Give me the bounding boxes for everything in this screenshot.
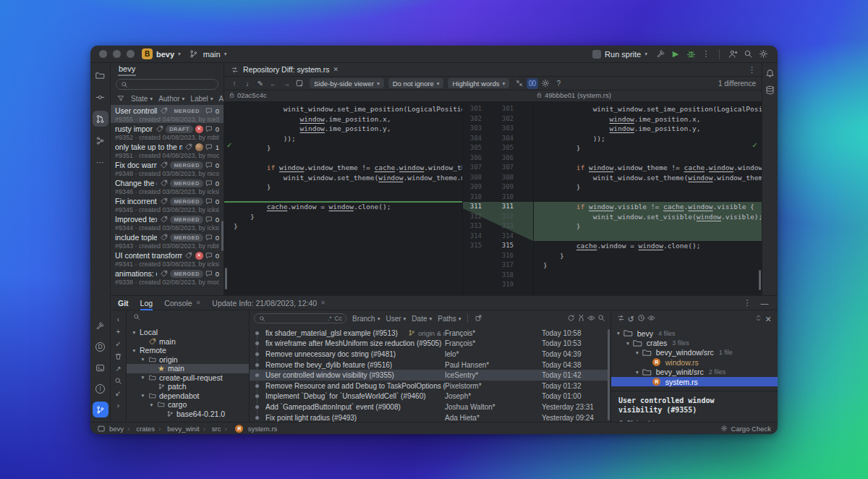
undo-icon[interactable]: ↺: [626, 314, 636, 324]
pull-request-item[interactable]: Fix doc warning... MERGED 0 #9348 · crea…: [111, 159, 224, 177]
pull-request-item[interactable]: Improved text w... MERGED 0 #9344 · crea…: [111, 213, 224, 232]
gear-icon[interactable]: [540, 78, 551, 89]
commit-row[interactable]: Add `GamepadButtonInput` event (#9008) J…: [250, 402, 608, 412]
chevron-down-icon[interactable]: ▾: [131, 329, 137, 336]
close-icon[interactable]: ✕: [196, 300, 201, 306]
folder-icon[interactable]: [93, 67, 109, 83]
log-filter-dropdown[interactable]: Date▾: [412, 315, 432, 323]
branch-item[interactable]: ▾ base64-0.21.0: [127, 410, 249, 419]
build-icon[interactable]: [655, 48, 666, 60]
close-window-button[interactable]: [99, 50, 107, 58]
zoom-window-button[interactable]: [127, 50, 135, 58]
branch-search-field[interactable]: [127, 310, 249, 323]
log-filter-dropdown[interactable]: Branch▾: [352, 315, 380, 323]
file-tree-item[interactable]: ▾ crates 3 files: [611, 338, 778, 347]
breadcrumb-item[interactable]: bevy: [109, 425, 124, 433]
panel-tab[interactable]: Update Info: 21/08/2023, 12:40 ✕: [212, 296, 326, 310]
cargo-check-widget[interactable]: Cargo Check: [720, 424, 771, 433]
arrow-down-icon[interactable]: ↓: [242, 78, 253, 89]
filter-dropdown[interactable]: State▾: [131, 95, 153, 103]
search-icon[interactable]: [742, 48, 754, 60]
file-tree-item[interactable]: ▾ bevy 4 files: [611, 328, 778, 338]
arrow-sw-icon[interactable]: ↙: [113, 388, 124, 399]
vcs-branch-widget[interactable]: main ▾: [188, 48, 227, 60]
diff-icon[interactable]: [616, 313, 626, 323]
branch-item[interactable]: ▾ main: [127, 337, 249, 347]
pull-request-item[interactable]: rusty imports ... DRAFT ✕ 0 #9352 · crea…: [111, 123, 224, 141]
window-controls[interactable]: [99, 50, 135, 58]
log-filter-dropdown[interactable]: User▾: [386, 315, 406, 323]
log-filter-dropdown[interactable]: Paths▾: [438, 315, 461, 323]
search-icon[interactable]: [596, 313, 606, 323]
project-widget[interactable]: B bevy ▾: [142, 48, 181, 59]
commit-row[interactable]: User controlled window visibility (#9355…: [250, 370, 608, 381]
chevron-down-icon[interactable]: ▾: [140, 374, 146, 381]
commit-row[interactable]: fix wireframe after MeshUniform size red…: [250, 339, 608, 349]
branch-item[interactable]: ▾ dependabot: [127, 391, 249, 401]
chevron-right-icon[interactable]: ›: [113, 400, 124, 411]
branch-item[interactable]: ▾ Remote: [127, 346, 249, 355]
eye-icon[interactable]: [646, 313, 656, 323]
git-icon[interactable]: [93, 402, 109, 417]
arrow-ne-icon[interactable]: ↗: [113, 363, 124, 374]
minimize-icon[interactable]: —: [759, 297, 770, 309]
pull-request-item[interactable]: UI content transform ✕ 0 #9341 · created…: [111, 250, 224, 268]
build-icon[interactable]: [93, 318, 109, 334]
search-icon[interactable]: [113, 376, 124, 386]
pull-request-item[interactable]: include toplevel... MERGED 0 #9343 · cre…: [111, 232, 224, 250]
scrollbar-thumb[interactable]: [225, 268, 227, 289]
bug-icon[interactable]: [685, 48, 697, 60]
chevron-down-icon[interactable]: ▾: [140, 392, 146, 399]
sync-icon[interactable]: [527, 78, 538, 89]
minimize-window-button[interactable]: [113, 50, 121, 58]
whitespace-dropdown[interactable]: Do not ignore▾: [388, 78, 444, 88]
branch-item[interactable]: ▾ Local: [127, 328, 249, 337]
pencil-icon[interactable]: ✎: [255, 78, 266, 89]
pull-request-item[interactable]: User controlled ... MERGED 0 #9355 · cre…: [111, 105, 224, 123]
highlight-dropdown[interactable]: Highlight words▾: [448, 78, 509, 88]
db-icon[interactable]: [765, 84, 776, 96]
chevron-down-icon[interactable]: ▾: [617, 330, 620, 336]
breadcrumb-item[interactable]: R system.rs: [221, 423, 278, 434]
filter-dropdown[interactable]: Label▾: [190, 95, 213, 103]
file-tree-item[interactable]: ▾ R system.rs: [611, 377, 778, 386]
chevron-down-icon[interactable]: ▾: [131, 347, 137, 354]
commit-row[interactable]: fix shader_material_glsl example (#9513)…: [250, 328, 608, 339]
tab-repository-diff[interactable]: Repository Diff: system.rs ✕: [230, 65, 339, 75]
eye-icon[interactable]: [586, 313, 596, 323]
terminal-icon[interactable]: [93, 360, 109, 376]
branch-item[interactable]: ▾ patch: [127, 382, 249, 391]
chevron-down-icon[interactable]: ▾: [636, 369, 639, 376]
pr-search-input[interactable]: [116, 79, 218, 90]
chevron-down-icon[interactable]: ▾: [626, 340, 629, 347]
commit-search-field[interactable]: .* Cc: [254, 313, 346, 323]
kebab-icon[interactable]: ⋮: [741, 297, 753, 309]
commit-row[interactable]: Implement `Debug` for `UnsafeWorldCell` …: [250, 391, 608, 402]
updown-icon[interactable]: [753, 313, 763, 323]
bell-icon[interactable]: [765, 67, 776, 79]
tool-window-tab-bevy[interactable]: bevy: [118, 64, 136, 76]
check-icon[interactable]: ✓: [113, 339, 124, 349]
arrow-left-icon[interactable]: ←: [268, 78, 279, 89]
filter-dropdown[interactable]: Author▾: [158, 95, 184, 103]
commit-row[interactable]: Remove unnecessary doc string (#9481) le…: [250, 349, 608, 360]
file-tree-item[interactable]: ▾ R window.rs: [611, 357, 778, 367]
chevron-down-icon[interactable]: ▾: [148, 402, 155, 408]
commit-row[interactable]: Remove the bevy_dylib feature (#9516) Pa…: [250, 360, 608, 370]
commit-row[interactable]: Remove Resource and add Debug to TaskPoo…: [250, 381, 608, 391]
branch-item[interactable]: ▾ create-pull-request: [127, 373, 249, 383]
filter-dropdown[interactable]: Assignee▾: [219, 95, 224, 103]
branch-item[interactable]: ▾ cargo: [127, 400, 249, 410]
braid-icon[interactable]: [576, 313, 586, 323]
funnel-icon[interactable]: [116, 94, 125, 103]
scrollbar-thumb[interactable]: [759, 270, 761, 290]
breadcrumb-item[interactable]: crates: [124, 425, 155, 433]
chevron-down-icon[interactable]: ▾: [140, 356, 146, 363]
trash-icon[interactable]: [113, 351, 124, 362]
more-tools-icon[interactable]: ⋯: [93, 154, 109, 170]
diff-left-pane[interactable]: winit_window.set_ime_position(LogicalPos…: [224, 101, 463, 295]
file-tree-item[interactable]: ▾ bevy_winit/src 2 files: [611, 368, 778, 377]
kebab-menu-icon[interactable]: ⋮: [748, 65, 756, 75]
commit-icon[interactable]: [93, 89, 109, 105]
add-icon[interactable]: +: [113, 326, 124, 337]
